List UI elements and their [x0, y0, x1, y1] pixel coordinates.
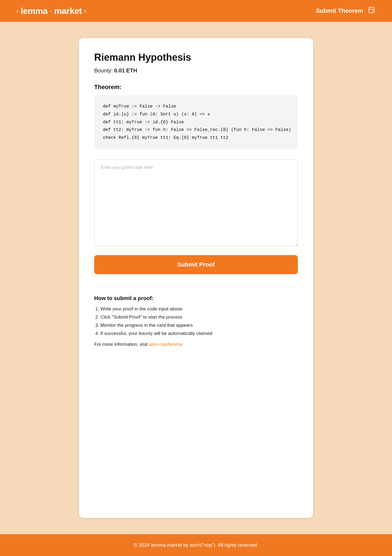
wallet-icon[interactable] [367, 6, 376, 16]
header-left: ‹ lemma · market › [16, 6, 86, 16]
logo-market: market [54, 6, 82, 16]
submit-theorem-link[interactable]: Submit Theorem [316, 7, 363, 14]
theorem-code-block: def myTrue := False -> False def id.{u} … [94, 95, 298, 149]
footer-text: © 2024 lemma.market by asm!("nop"). All … [134, 542, 258, 548]
bounty-amount: 0.01 ETH [114, 68, 137, 74]
list-item: 2. Click "Submit Proof" to start the pro… [94, 314, 298, 320]
more-info-text: For more information, visit asm-nop/lemm… [94, 342, 298, 347]
theorem-section-label: Theorem: [94, 84, 298, 91]
proof-code-input[interactable] [94, 159, 298, 246]
how-to-section: How to submit a proof: 1. Write your pro… [94, 295, 298, 347]
chevron-right-icon[interactable]: › [84, 7, 86, 15]
theorem-title: Riemann Hypothesis [94, 52, 298, 63]
list-item: 4. If successful, your bounty will be au… [94, 331, 298, 336]
how-to-title: How to submit a proof: [94, 295, 298, 301]
header-dot: · [50, 7, 52, 15]
how-to-steps-list: 1. Write your proof in the code input ab… [94, 306, 298, 336]
list-item: 3. Monitor the progress in the card that… [94, 323, 298, 328]
header-right: Submit Theorem [316, 6, 376, 16]
list-item: 1. Write your proof in the code input ab… [94, 306, 298, 312]
header: ‹ lemma · market › Submit Theorem [0, 0, 392, 22]
bounty-row: Bounty: 0.01 ETH [94, 68, 298, 74]
theorem-card: Riemann Hypothesis Bounty: 0.01 ETH Theo… [79, 38, 313, 518]
more-info-prefix: For more information, visit [94, 342, 149, 347]
footer: © 2024 lemma.market by asm!("nop"). All … [0, 534, 392, 556]
main-content: Riemann Hypothesis Bounty: 0.01 ETH Theo… [0, 22, 392, 534]
section-divider [94, 286, 298, 286]
svg-point-0 [372, 10, 373, 11]
logo-lemma: lemma [21, 6, 48, 16]
asm-nop-lemma-link[interactable]: asm-nop/lemma [149, 342, 182, 347]
bounty-label: Bounty: [94, 68, 113, 74]
submit-proof-button[interactable]: Submit Proof [94, 255, 298, 274]
chevron-left-icon[interactable]: ‹ [16, 7, 19, 15]
